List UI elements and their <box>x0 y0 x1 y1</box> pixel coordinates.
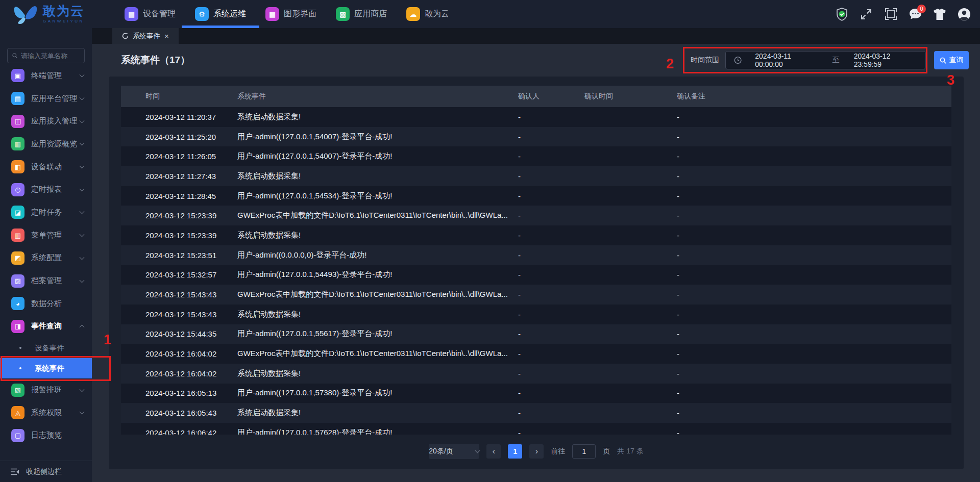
cell-confirm-user: - <box>518 133 584 141</box>
message-icon[interactable]: 0 <box>909 8 922 21</box>
sidebar-subitem[interactable]: 系统事件 <box>0 358 92 378</box>
sidebar-item[interactable]: ◫应用接入管理 <box>0 110 92 133</box>
tab-system-events[interactable]: 系统事件 × <box>112 28 179 44</box>
end-datetime[interactable]: 2024-03-12 23:59:59 <box>854 52 917 68</box>
sidebar-item[interactable]: ▥菜单管理 <box>0 224 92 247</box>
cell-confirm-user: - <box>518 211 584 220</box>
cell-event: 用户-admin((0.0.0.0,0)-登录平台-成功! <box>237 250 518 260</box>
fullscreen-icon[interactable] <box>860 8 873 21</box>
nav-item[interactable]: ▦图形界面 <box>265 0 316 28</box>
cell-event: 用户-admin((127.0.0.1,54534)-登录平台-成功! <box>237 191 518 201</box>
nav-item[interactable]: ▩应用商店 <box>336 0 387 28</box>
sidebar-item[interactable]: ◩系统配置 <box>0 247 92 270</box>
annotation-number-3: 3 <box>947 72 954 88</box>
page-size-select[interactable]: 20条/页 <box>429 444 479 459</box>
cell-time: 2024-03-12 16:04:02 <box>121 349 237 358</box>
cell-confirm-note: - <box>677 133 951 141</box>
content: 系统事件（17） 2 时间范围 2024-03-11 00:00:00 至 20… <box>92 44 980 482</box>
cell-event: 用户-admin((127.0.0.1,55617)-登录平台-成功! <box>237 329 518 339</box>
sidebar-item[interactable]: ◧设备联动 <box>0 156 92 179</box>
sidebar-item[interactable]: ◷定时报表 <box>0 178 92 201</box>
cell-confirm-user: - <box>518 369 584 378</box>
cell-time: 2024-03-12 11:25:20 <box>121 133 237 141</box>
table-row: 2024-03-12 15:23:39系统启动数据采集!-- <box>121 225 951 245</box>
nav-item-label: 系统运维 <box>213 9 246 19</box>
sidebar-item-label: 数据分析 <box>31 299 62 309</box>
chevron-down-icon <box>80 164 85 169</box>
shield-check-icon[interactable] <box>835 8 848 21</box>
nav-item[interactable]: ☁敢为云 <box>406 0 449 28</box>
cell-confirm-user: - <box>518 172 584 181</box>
menu-search-input[interactable] <box>21 52 80 60</box>
table-row: 2024-03-12 11:26:05用户-admin((127.0.0.1,5… <box>121 146 951 166</box>
total-count: 共 17 条 <box>617 447 643 456</box>
sidebar-item[interactable]: ◪定时任务 <box>0 201 92 224</box>
cell-time: 2024-03-12 15:23:39 <box>121 211 237 220</box>
bullet-icon <box>19 347 21 349</box>
sidebar: ▣终端管理▤应用平台管理◫应用接入管理▦应用资源概览◧设备联动◷定时报表◪定时任… <box>0 28 92 482</box>
sidebar-item[interactable]: ◬系统权限 <box>0 401 92 424</box>
sidebar-item[interactable]: ▧报警排班 <box>0 378 92 401</box>
clock-icon <box>734 56 742 64</box>
avatar-icon[interactable] <box>958 8 971 21</box>
sidebar-item-icon: ▤ <box>11 92 24 105</box>
sidebar-item-label: 设备联动 <box>31 162 62 172</box>
tab-close-icon[interactable]: × <box>164 32 169 40</box>
sidebar-item[interactable]: ▣终端管理 <box>0 64 92 87</box>
sidebar-item[interactable]: ◨事件查询 <box>0 315 92 338</box>
cell-time: 2024-03-12 15:43:43 <box>121 310 237 319</box>
sidebar-item[interactable]: ▢日志预览 <box>0 424 92 447</box>
table-row: 2024-03-12 15:43:43GWExProc表中加载的文件D:\IoT… <box>121 285 951 305</box>
cell-confirm-note: - <box>677 409 951 417</box>
range-separator: 至 <box>832 56 840 65</box>
time-range-picker[interactable]: 2024-03-11 00:00:00 至 2024-03-12 23:59:5… <box>725 51 926 69</box>
refresh-icon[interactable] <box>122 33 129 39</box>
next-page-button[interactable]: › <box>529 444 544 459</box>
prev-page-button[interactable]: ‹ <box>486 444 501 459</box>
app-logo: 敢为云 GANWEIYUN <box>0 0 92 28</box>
current-page-button[interactable]: 1 <box>508 444 522 459</box>
goto-page-input[interactable] <box>572 444 596 459</box>
sidebar-item[interactable]: ▦应用资源概览 <box>0 133 92 156</box>
sidebar-item[interactable]: ▤应用平台管理 <box>0 87 92 110</box>
start-datetime[interactable]: 2024-03-11 00:00:00 <box>755 52 818 68</box>
table-row: 2024-03-12 16:04:02系统启动数据采集!-- <box>121 364 951 384</box>
collapse-icon <box>10 468 19 475</box>
table-row: 2024-03-12 16:05:43系统启动数据采集!-- <box>121 403 951 423</box>
sidebar-item-icon: ◷ <box>11 183 24 196</box>
brand-title: 敢为云 <box>43 5 84 17</box>
cell-event: 系统启动数据采集! <box>237 369 518 378</box>
cell-event: 系统启动数据采集! <box>237 112 518 122</box>
theme-shirt-icon[interactable] <box>933 8 946 21</box>
chevron-down-icon <box>80 118 85 123</box>
sidebar-item-label: 菜单管理 <box>31 231 62 240</box>
nav-item[interactable]: ▤设备管理 <box>125 0 176 28</box>
frame-capture-icon[interactable] <box>884 8 897 21</box>
sidebar-item-icon: ◧ <box>11 160 24 173</box>
query-button[interactable]: 查询 <box>934 51 969 69</box>
chevron-down-icon <box>80 72 85 78</box>
cell-time: 2024-03-12 15:23:39 <box>121 231 237 240</box>
table-row: 2024-03-12 15:32:57用户-admin((127.0.0.1,5… <box>121 265 951 285</box>
sidebar-item-icon: ◕ <box>11 297 24 310</box>
sidebar-item-icon: ◬ <box>11 406 24 419</box>
cell-event: 用户-admin((127.0.0.1,57628)-登录平台-成功! <box>237 428 518 435</box>
cell-event: GWExProc表中加载的文件D:\IoT6.1\IoTCenter0311\I… <box>237 349 518 359</box>
sidebar-subitem[interactable]: 设备事件 <box>0 338 92 358</box>
nav-item[interactable]: ⚙系统运维 <box>195 0 246 28</box>
collapse-sidebar-button[interactable]: 收起侧边栏 <box>0 461 92 482</box>
nav-item-icon: ⚙ <box>195 7 209 21</box>
sidebar-item-icon: ▨ <box>11 274 24 288</box>
filter-bar: 2 时间范围 2024-03-11 00:00:00 至 2024-03-12 … <box>666 47 969 73</box>
menu-search-box[interactable] <box>7 48 85 63</box>
sidebar-item-label: 应用资源概览 <box>31 139 77 149</box>
cell-confirm-user: - <box>518 290 584 299</box>
message-badge: 0 <box>917 5 926 13</box>
sidebar-item[interactable]: ◕数据分析 <box>0 292 92 315</box>
sidebar-item[interactable]: ▨档案管理 <box>0 269 92 292</box>
pagination: 20条/页 ‹ 1 › 前往 页 共 17 条 <box>121 435 951 468</box>
cell-time: 2024-03-12 15:23:51 <box>121 251 237 260</box>
cell-time: 2024-03-12 16:06:42 <box>121 428 237 435</box>
cell-confirm-note: - <box>677 290 951 299</box>
sidebar-menu: ▣终端管理▤应用平台管理◫应用接入管理▦应用资源概览◧设备联动◷定时报表◪定时任… <box>0 64 92 447</box>
